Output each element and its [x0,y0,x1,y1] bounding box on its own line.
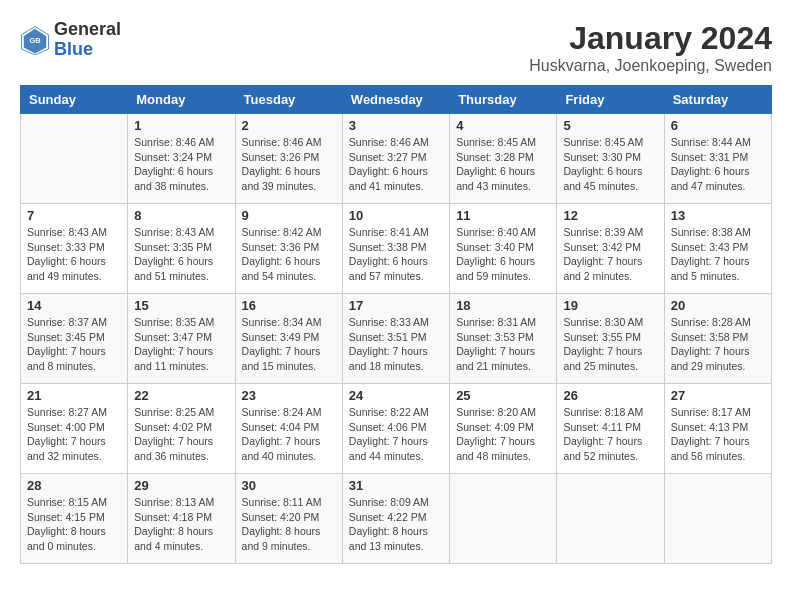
day-info: Sunrise: 8:20 AMSunset: 4:09 PMDaylight:… [456,405,550,464]
day-number: 21 [27,388,121,403]
day-info: Sunrise: 8:41 AMSunset: 3:38 PMDaylight:… [349,225,443,284]
calendar-cell: 16Sunrise: 8:34 AMSunset: 3:49 PMDayligh… [235,294,342,384]
day-info: Sunrise: 8:33 AMSunset: 3:51 PMDaylight:… [349,315,443,374]
day-number: 6 [671,118,765,133]
day-info: Sunrise: 8:15 AMSunset: 4:15 PMDaylight:… [27,495,121,554]
day-number: 1 [134,118,228,133]
day-info: Sunrise: 8:46 AMSunset: 3:26 PMDaylight:… [242,135,336,194]
day-info: Sunrise: 8:09 AMSunset: 4:22 PMDaylight:… [349,495,443,554]
calendar-cell: 19Sunrise: 8:30 AMSunset: 3:55 PMDayligh… [557,294,664,384]
day-info: Sunrise: 8:34 AMSunset: 3:49 PMDaylight:… [242,315,336,374]
calendar-cell: 29Sunrise: 8:13 AMSunset: 4:18 PMDayligh… [128,474,235,564]
day-number: 24 [349,388,443,403]
calendar-cell: 31Sunrise: 8:09 AMSunset: 4:22 PMDayligh… [342,474,449,564]
calendar-title: January 2024 [529,20,772,57]
logo: GB General Blue [20,20,121,60]
calendar-cell: 14Sunrise: 8:37 AMSunset: 3:45 PMDayligh… [21,294,128,384]
day-number: 3 [349,118,443,133]
day-info: Sunrise: 8:46 AMSunset: 3:27 PMDaylight:… [349,135,443,194]
calendar-cell: 12Sunrise: 8:39 AMSunset: 3:42 PMDayligh… [557,204,664,294]
day-number: 31 [349,478,443,493]
header-day-tuesday: Tuesday [235,86,342,114]
calendar-cell: 27Sunrise: 8:17 AMSunset: 4:13 PMDayligh… [664,384,771,474]
day-number: 17 [349,298,443,313]
day-number: 27 [671,388,765,403]
day-info: Sunrise: 8:30 AMSunset: 3:55 PMDaylight:… [563,315,657,374]
week-row-3: 14Sunrise: 8:37 AMSunset: 3:45 PMDayligh… [21,294,772,384]
day-number: 11 [456,208,550,223]
day-number: 5 [563,118,657,133]
header-day-saturday: Saturday [664,86,771,114]
day-info: Sunrise: 8:42 AMSunset: 3:36 PMDaylight:… [242,225,336,284]
day-info: Sunrise: 8:45 AMSunset: 3:30 PMDaylight:… [563,135,657,194]
calendar-cell [450,474,557,564]
day-info: Sunrise: 8:11 AMSunset: 4:20 PMDaylight:… [242,495,336,554]
day-number: 12 [563,208,657,223]
day-number: 20 [671,298,765,313]
calendar-cell: 28Sunrise: 8:15 AMSunset: 4:15 PMDayligh… [21,474,128,564]
day-number: 7 [27,208,121,223]
week-row-1: 1Sunrise: 8:46 AMSunset: 3:24 PMDaylight… [21,114,772,204]
logo-blue-text: Blue [54,39,93,59]
day-number: 2 [242,118,336,133]
day-number: 25 [456,388,550,403]
calendar-cell: 18Sunrise: 8:31 AMSunset: 3:53 PMDayligh… [450,294,557,384]
calendar-cell: 9Sunrise: 8:42 AMSunset: 3:36 PMDaylight… [235,204,342,294]
calendar-cell: 1Sunrise: 8:46 AMSunset: 3:24 PMDaylight… [128,114,235,204]
day-info: Sunrise: 8:24 AMSunset: 4:04 PMDaylight:… [242,405,336,464]
calendar-cell: 10Sunrise: 8:41 AMSunset: 3:38 PMDayligh… [342,204,449,294]
day-info: Sunrise: 8:37 AMSunset: 3:45 PMDaylight:… [27,315,121,374]
day-info: Sunrise: 8:22 AMSunset: 4:06 PMDaylight:… [349,405,443,464]
calendar-cell [21,114,128,204]
day-number: 10 [349,208,443,223]
calendar-cell [664,474,771,564]
calendar-table: SundayMondayTuesdayWednesdayThursdayFrid… [20,85,772,564]
calendar-subtitle: Huskvarna, Joenkoeping, Sweden [529,57,772,75]
title-block: January 2024 Huskvarna, Joenkoeping, Swe… [529,20,772,75]
day-info: Sunrise: 8:43 AMSunset: 3:33 PMDaylight:… [27,225,121,284]
week-row-5: 28Sunrise: 8:15 AMSunset: 4:15 PMDayligh… [21,474,772,564]
day-info: Sunrise: 8:35 AMSunset: 3:47 PMDaylight:… [134,315,228,374]
day-info: Sunrise: 8:44 AMSunset: 3:31 PMDaylight:… [671,135,765,194]
logo-text: General Blue [54,20,121,60]
calendar-cell: 25Sunrise: 8:20 AMSunset: 4:09 PMDayligh… [450,384,557,474]
day-info: Sunrise: 8:40 AMSunset: 3:40 PMDaylight:… [456,225,550,284]
calendar-body: 1Sunrise: 8:46 AMSunset: 3:24 PMDaylight… [21,114,772,564]
day-number: 16 [242,298,336,313]
day-info: Sunrise: 8:18 AMSunset: 4:11 PMDaylight:… [563,405,657,464]
header-day-monday: Monday [128,86,235,114]
header-day-sunday: Sunday [21,86,128,114]
header-day-wednesday: Wednesday [342,86,449,114]
day-number: 8 [134,208,228,223]
day-info: Sunrise: 8:38 AMSunset: 3:43 PMDaylight:… [671,225,765,284]
calendar-cell: 23Sunrise: 8:24 AMSunset: 4:04 PMDayligh… [235,384,342,474]
week-row-4: 21Sunrise: 8:27 AMSunset: 4:00 PMDayligh… [21,384,772,474]
day-number: 9 [242,208,336,223]
calendar-cell: 6Sunrise: 8:44 AMSunset: 3:31 PMDaylight… [664,114,771,204]
calendar-cell: 3Sunrise: 8:46 AMSunset: 3:27 PMDaylight… [342,114,449,204]
day-info: Sunrise: 8:28 AMSunset: 3:58 PMDaylight:… [671,315,765,374]
logo-general-text: General [54,19,121,39]
calendar-cell: 30Sunrise: 8:11 AMSunset: 4:20 PMDayligh… [235,474,342,564]
header-day-thursday: Thursday [450,86,557,114]
day-number: 19 [563,298,657,313]
calendar-cell [557,474,664,564]
day-number: 15 [134,298,228,313]
calendar-cell: 17Sunrise: 8:33 AMSunset: 3:51 PMDayligh… [342,294,449,384]
day-number: 4 [456,118,550,133]
day-number: 29 [134,478,228,493]
calendar-cell: 11Sunrise: 8:40 AMSunset: 3:40 PMDayligh… [450,204,557,294]
week-row-2: 7Sunrise: 8:43 AMSunset: 3:33 PMDaylight… [21,204,772,294]
day-number: 23 [242,388,336,403]
calendar-cell: 13Sunrise: 8:38 AMSunset: 3:43 PMDayligh… [664,204,771,294]
calendar-cell: 26Sunrise: 8:18 AMSunset: 4:11 PMDayligh… [557,384,664,474]
header-day-friday: Friday [557,86,664,114]
calendar-cell: 24Sunrise: 8:22 AMSunset: 4:06 PMDayligh… [342,384,449,474]
calendar-cell: 8Sunrise: 8:43 AMSunset: 3:35 PMDaylight… [128,204,235,294]
day-info: Sunrise: 8:31 AMSunset: 3:53 PMDaylight:… [456,315,550,374]
day-info: Sunrise: 8:43 AMSunset: 3:35 PMDaylight:… [134,225,228,284]
day-info: Sunrise: 8:45 AMSunset: 3:28 PMDaylight:… [456,135,550,194]
calendar-cell: 7Sunrise: 8:43 AMSunset: 3:33 PMDaylight… [21,204,128,294]
calendar-cell: 22Sunrise: 8:25 AMSunset: 4:02 PMDayligh… [128,384,235,474]
calendar-cell: 4Sunrise: 8:45 AMSunset: 3:28 PMDaylight… [450,114,557,204]
